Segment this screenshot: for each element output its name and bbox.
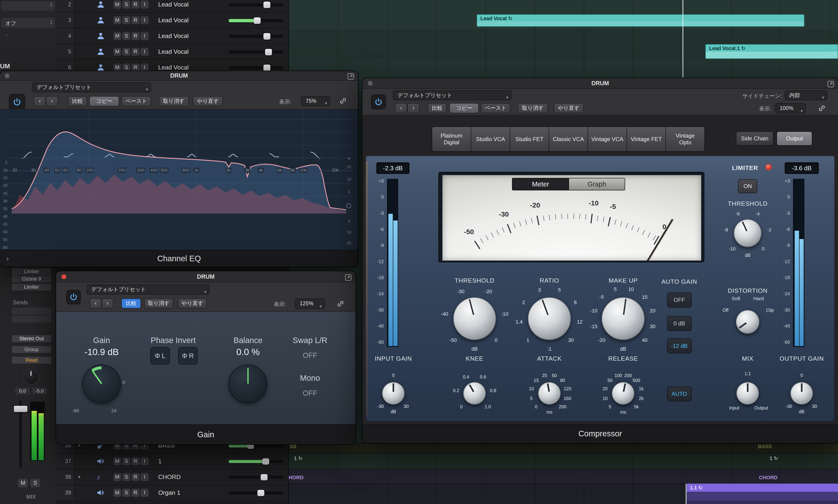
paste-button[interactable]: ペースト xyxy=(481,103,510,113)
solo-button[interactable]: S xyxy=(122,16,131,24)
circuit-tab[interactable]: Vintage FET xyxy=(627,127,666,151)
gain-knob[interactable] xyxy=(82,364,121,403)
prev-preset-button[interactable]: ‹ xyxy=(90,298,102,308)
mix-knob[interactable]: 1:1InputOutput xyxy=(736,382,759,404)
track-volume-slider[interactable] xyxy=(229,66,283,70)
mute-button[interactable]: M xyxy=(18,479,28,487)
output-slot[interactable]: Stereo Out xyxy=(12,335,51,342)
volume-value[interactable]: 0.0 xyxy=(15,388,30,394)
power-button[interactable] xyxy=(9,94,25,110)
track-row[interactable]: 5 M S R I Lead Vocal xyxy=(56,44,288,60)
mute-button[interactable]: M xyxy=(114,64,121,72)
record-button[interactable]: R xyxy=(132,16,140,24)
tab-graph[interactable]: Graph xyxy=(568,178,625,190)
record-button[interactable]: R xyxy=(132,457,140,465)
input-monitor-button[interactable]: I xyxy=(140,473,149,481)
solo-button[interactable]: S xyxy=(122,489,131,497)
next-preset-button[interactable]: › xyxy=(407,103,420,113)
makeup-knob[interactable]: -20-15-10-551015203040dB xyxy=(602,298,644,340)
compare-button[interactable]: 比較 xyxy=(121,298,141,308)
region-lead-vocal-1[interactable]: Lead Vocal.1 ↻ xyxy=(705,44,838,59)
mute-button[interactable]: M xyxy=(114,0,121,8)
power-button[interactable] xyxy=(371,94,386,110)
output-gain-readout[interactable]: -3.6 dB xyxy=(785,162,819,174)
eq-display[interactable]: 2030405060801002003004005008001k2k3k4k6k… xyxy=(0,109,358,250)
redo-button[interactable]: やり直す xyxy=(554,103,584,113)
paste-button[interactable]: ペースト xyxy=(121,96,151,106)
pan-knob[interactable] xyxy=(23,370,38,384)
volume-knob[interactable] xyxy=(262,458,269,465)
link-icon[interactable] xyxy=(818,104,826,115)
sidechain-dropdown[interactable]: 内部▾ xyxy=(785,90,827,101)
next-preset-button[interactable]: › xyxy=(102,298,114,308)
solo-button[interactable]: S xyxy=(122,48,131,56)
input-monitor-button[interactable]: I xyxy=(140,64,149,72)
preset-dropdown[interactable]: デフォルトプリセット▾ xyxy=(32,82,151,92)
input-monitor-button[interactable]: I xyxy=(140,489,149,497)
record-button[interactable]: R xyxy=(132,48,140,56)
output-gain-knob[interactable]: 0-3030dB xyxy=(790,382,813,404)
copy-button[interactable]: コピー xyxy=(449,103,479,113)
track-name[interactable]: Lead Vocal xyxy=(158,64,189,71)
volume-knob[interactable] xyxy=(254,17,261,24)
track-name[interactable]: Lead Vocal xyxy=(158,32,189,40)
record-button[interactable]: R xyxy=(132,64,140,72)
track-name[interactable]: 1 xyxy=(158,457,161,465)
mute-button[interactable]: M xyxy=(114,457,121,465)
view-zoom-dropdown[interactable]: 100%▾ xyxy=(775,103,806,114)
plugin-slot-limiter[interactable]: Limiter xyxy=(12,268,51,275)
input-gain-knob[interactable]: 0-3030dB xyxy=(382,382,405,404)
track-volume-slider[interactable] xyxy=(229,476,283,479)
track-volume-slider[interactable] xyxy=(229,3,283,6)
record-button[interactable]: R xyxy=(132,473,140,481)
solo-button[interactable]: S xyxy=(122,64,131,72)
input-gain-readout[interactable]: -2.3 dB xyxy=(376,162,410,174)
playhead[interactable] xyxy=(682,0,683,78)
auto-release-button[interactable]: AUTO xyxy=(667,386,692,402)
balance-value[interactable]: 0.0 % xyxy=(216,347,280,357)
track-volume-slider[interactable] xyxy=(229,444,283,448)
input-monitor-button[interactable]: I xyxy=(140,32,149,40)
limiter-threshold-knob[interactable]: -10-8-6-4-20dB xyxy=(734,219,762,247)
circuit-tab[interactable]: Studio FET xyxy=(510,127,549,151)
volume-knob[interactable] xyxy=(265,49,272,55)
tab-meter[interactable]: Meter xyxy=(512,178,568,190)
record-button[interactable]: R xyxy=(132,32,140,40)
redo-button[interactable]: やり直す xyxy=(178,298,207,308)
circuit-tab[interactable]: Studio VCA xyxy=(471,127,510,151)
solo-button[interactable]: S xyxy=(30,479,40,487)
region-1-1[interactable]: 1.1 ↻ xyxy=(687,484,838,504)
circuit-tab[interactable]: Vintage VCA xyxy=(588,127,627,151)
mute-button[interactable]: M xyxy=(114,48,121,56)
ratio-knob[interactable]: 11.423581230:1 xyxy=(528,298,571,340)
auto-gain-off-button[interactable]: OFF xyxy=(667,292,692,308)
empty-send-slot[interactable] xyxy=(12,316,51,322)
solo-button[interactable]: S xyxy=(122,0,131,8)
attack-knob[interactable]: 051015255080120160200ms xyxy=(538,382,561,404)
prev-preset-button[interactable]: ‹ xyxy=(34,96,46,106)
mute-button[interactable]: M xyxy=(114,489,121,497)
disclosure-chevron-icon[interactable]: ▾ xyxy=(78,474,81,480)
release-knob[interactable]: 51020501002005001k2k5kms xyxy=(612,382,634,404)
plugin-slot-ozone[interactable]: Ozone 9 xyxy=(12,275,51,282)
playhead-lower[interactable] xyxy=(686,484,686,504)
auto-gain-minus12-button[interactable]: -12 dB xyxy=(667,338,692,354)
track-name[interactable]: CHORD xyxy=(158,473,181,480)
limiter-on-button[interactable]: ON xyxy=(738,179,757,193)
view-zoom-dropdown[interactable]: 125%▾ xyxy=(295,298,325,309)
solo-button[interactable]: S xyxy=(122,32,131,40)
circuit-tab[interactable]: Vintage Opto xyxy=(666,127,704,151)
plugin-slot-limiter-2[interactable]: Limiter xyxy=(12,284,51,290)
undo-button[interactable]: 取り消す xyxy=(144,298,173,308)
channel-fader-cap[interactable] xyxy=(14,406,27,412)
analyzer-range-handle[interactable] xyxy=(346,203,351,208)
view-zoom-dropdown[interactable]: 75%▾ xyxy=(301,96,330,106)
volume-knob[interactable] xyxy=(263,33,270,40)
record-button[interactable]: R xyxy=(132,0,140,8)
volume-knob[interactable] xyxy=(257,490,264,496)
mono-value[interactable]: OFF xyxy=(278,389,342,397)
eq-titlebar[interactable]: DRUM xyxy=(0,71,358,80)
track-volume-slider[interactable] xyxy=(229,35,283,38)
power-button[interactable] xyxy=(66,290,81,304)
track-volume-slider[interactable] xyxy=(229,491,283,495)
